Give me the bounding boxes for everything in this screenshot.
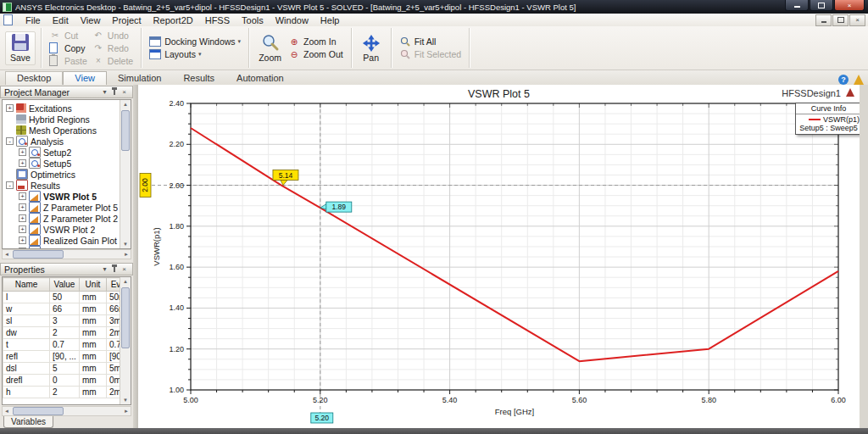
- save-button[interactable]: Save: [5, 31, 36, 65]
- zoom-button[interactable]: Zoom: [254, 32, 286, 64]
- series-VSWR(p1)[interactable]: [191, 128, 838, 361]
- column-header[interactable]: Value: [50, 278, 80, 292]
- pin-icon[interactable]: [114, 266, 115, 272]
- fit-all-button[interactable]: Fit All: [397, 36, 464, 48]
- close-button[interactable]: ×: [834, 0, 865, 11]
- zoom-in-button[interactable]: ⊕Zoom In: [286, 36, 346, 48]
- tab-simulation[interactable]: Simulation: [107, 72, 172, 85]
- tree-expander[interactable]: +: [19, 159, 26, 167]
- table-row[interactable]: t0.7mm0.7mm: [3, 339, 132, 351]
- pin-icon[interactable]: [114, 89, 115, 95]
- cut-button[interactable]: ✂Cut: [47, 29, 90, 42]
- layouts-icon: [149, 49, 161, 59]
- tree-expander[interactable]: +: [19, 214, 26, 222]
- tree-expander[interactable]: +: [19, 148, 26, 156]
- table-row[interactable]: l50mm50mm: [3, 292, 132, 303]
- table-row[interactable]: refl[90, ...mm[90, 30: [3, 351, 132, 363]
- scroll-thumb[interactable]: [121, 110, 130, 151]
- menu-tools[interactable]: Tools: [236, 15, 270, 25]
- copy-button[interactable]: Copy: [47, 42, 90, 54]
- menu-help[interactable]: Help: [314, 15, 346, 25]
- child-restore-button[interactable]: [832, 14, 849, 26]
- tree-item-label: Results: [31, 181, 60, 191]
- tree-item[interactable]: +Realized Gain Plot 2: [3, 235, 120, 246]
- tree-expander[interactable]: +: [6, 104, 14, 112]
- tree-item[interactable]: +Hybrid Regions: [3, 114, 120, 125]
- menu-window[interactable]: Window: [270, 15, 314, 25]
- tree-item[interactable]: +VSWR Plot 2: [3, 224, 120, 235]
- tree-item[interactable]: +Excitations: [3, 103, 120, 114]
- docking-windows-button[interactable]: Docking Windows▾: [147, 36, 243, 48]
- paste-button[interactable]: Paste: [47, 54, 90, 67]
- scroll-thumb[interactable]: [13, 407, 64, 415]
- menu-file[interactable]: File: [19, 15, 47, 25]
- minimize-button[interactable]: [785, 0, 809, 11]
- scroll-right-icon[interactable]: ►: [122, 409, 131, 414]
- panel-close-icon[interactable]: ×: [120, 265, 129, 273]
- pan-button[interactable]: Pan: [357, 32, 386, 64]
- tree-item[interactable]: +Setup2: [3, 147, 120, 158]
- scroll-thumb[interactable]: [13, 250, 64, 259]
- tree-item[interactable]: +Mesh Operations: [3, 125, 120, 136]
- child-close-button[interactable]: ×: [849, 14, 865, 26]
- column-header[interactable]: Unit: [80, 278, 107, 292]
- tree-vertical-scrollbar[interactable]: ▲ ▼: [120, 100, 131, 248]
- layouts-button[interactable]: Layouts▾: [147, 48, 243, 61]
- scroll-up-icon[interactable]: ▲: [123, 277, 128, 286]
- help-icon[interactable]: ?: [838, 75, 849, 85]
- curve-info-legend[interactable]: Curve Info VSWR(p1)Setup5 : Sweep5: [795, 103, 862, 135]
- scroll-thumb[interactable]: [121, 287, 130, 348]
- scroll-down-icon[interactable]: ▼: [123, 240, 128, 248]
- menu-view[interactable]: View: [75, 15, 107, 25]
- tree-horizontal-scrollbar[interactable]: ◄ ►: [2, 249, 131, 259]
- vswr-chart[interactable]: 5.005.205.405.605.806.001.001.201.401.60…: [138, 85, 860, 428]
- table-row[interactable]: drefl0mm0mm: [3, 375, 132, 387]
- redo-button[interactable]: ↷Redo: [90, 42, 136, 54]
- tree-expander[interactable]: -: [6, 181, 14, 189]
- tree-expander[interactable]: -: [6, 137, 14, 145]
- scroll-down-icon[interactable]: ▼: [123, 396, 128, 404]
- menu-report2d[interactable]: Report2D: [147, 15, 199, 25]
- panel-close-icon[interactable]: ×: [120, 88, 129, 96]
- tree-item[interactable]: +Z Parameter Plot 2: [3, 213, 120, 224]
- tree-expander[interactable]: +: [19, 192, 26, 200]
- fit-selected-button[interactable]: Fit Selected: [397, 48, 464, 61]
- scroll-left-icon[interactable]: ◄: [3, 409, 11, 414]
- zoom-out-button[interactable]: ⊖Zoom Out: [286, 48, 346, 61]
- scroll-up-icon[interactable]: ▲: [123, 100, 128, 108]
- variables-tab[interactable]: Variables: [3, 416, 53, 428]
- tab-desktop[interactable]: Desktop: [5, 71, 63, 85]
- delete-button[interactable]: ×Delete: [90, 54, 136, 67]
- restore-button[interactable]: [810, 0, 833, 11]
- panel-menu-icon[interactable]: ▾: [100, 88, 109, 96]
- tree-item[interactable]: +Setup5: [3, 158, 120, 169]
- tree-item[interactable]: -Results: [3, 180, 120, 191]
- table-row[interactable]: sl3mm3mm: [3, 315, 132, 327]
- table-row[interactable]: dw2mm2mm: [3, 327, 132, 339]
- tab-results[interactable]: Results: [172, 72, 225, 85]
- tree-expander[interactable]: +: [19, 225, 26, 233]
- tree-item[interactable]: +VSWR Plot 5: [3, 191, 120, 202]
- child-minimize-button[interactable]: [815, 14, 832, 26]
- properties-horizontal-scrollbar[interactable]: ◄ ►: [2, 406, 131, 416]
- tree-item[interactable]: -Analysis: [3, 136, 120, 147]
- menu-project[interactable]: Project: [106, 15, 147, 25]
- tab-automation[interactable]: Automation: [225, 72, 295, 85]
- tree-expander[interactable]: +: [19, 236, 26, 244]
- tree-item[interactable]: +Optimetrics: [3, 169, 120, 180]
- scroll-right-icon[interactable]: ►: [122, 252, 131, 257]
- menu-hfss[interactable]: HFSS: [199, 15, 236, 25]
- menu-edit[interactable]: Edit: [47, 15, 75, 25]
- panel-menu-icon[interactable]: ▾: [100, 265, 109, 273]
- tree-item[interactable]: +Z Parameter Plot 5: [3, 202, 120, 213]
- table-row[interactable]: h2mm2mm: [3, 387, 132, 398]
- undo-button[interactable]: ↶Undo: [90, 29, 136, 42]
- table-row[interactable]: w66mm66mm: [3, 303, 132, 315]
- table-row[interactable]: dsl5mm5mm: [3, 363, 132, 375]
- column-header[interactable]: Name: [3, 278, 50, 292]
- tree-expander[interactable]: +: [19, 203, 26, 211]
- properties-vertical-scrollbar[interactable]: ▲ ▼: [120, 277, 131, 404]
- scroll-left-icon[interactable]: ◄: [3, 252, 11, 257]
- tab-view[interactable]: View: [63, 71, 107, 85]
- point-marker-label: 5.14: [279, 171, 293, 180]
